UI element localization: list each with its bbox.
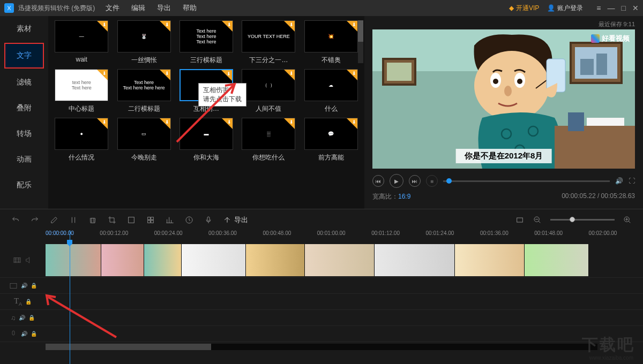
- undo-icon[interactable]: [11, 215, 20, 225]
- sidebar-item-text[interactable]: 文字: [4, 43, 44, 69]
- maximize-icon[interactable]: □: [622, 4, 626, 12]
- zoom-slider[interactable]: [550, 219, 615, 221]
- edit-icon[interactable]: [49, 215, 59, 225]
- svg-point-2: [493, 79, 498, 84]
- login-button[interactable]: 👤 账户登录: [547, 4, 583, 13]
- export-button[interactable]: 导出: [223, 215, 248, 225]
- fit-icon[interactable]: [515, 215, 525, 225]
- sidebar-item-transition[interactable]: 转场: [0, 121, 48, 147]
- menu-help[interactable]: 帮助: [183, 3, 197, 13]
- sidebar-item-filter[interactable]: 滤镜: [0, 70, 48, 95]
- volume-icon[interactable]: [25, 256, 33, 264]
- svg-rect-30: [517, 218, 523, 222]
- save-status: 最近保存 9:11: [372, 20, 635, 28]
- time-ruler[interactable]: 00:00:00.0000:00:12.0000:00:24.0000:00:3…: [0, 230, 643, 243]
- player-controls: ⏮ ▶ ⏭ ■ 🔊 ⛶: [372, 174, 635, 188]
- timeline-clip[interactable]: [305, 244, 375, 276]
- menu-export[interactable]: 导出: [157, 3, 171, 13]
- template-item[interactable]: ░你想吃什么: [240, 118, 297, 162]
- volume-icon[interactable]: 🔊: [615, 177, 623, 185]
- overlay-track-icon: [9, 282, 18, 290]
- timeline-clip[interactable]: [182, 244, 246, 276]
- menu-file[interactable]: 文件: [106, 3, 119, 13]
- lock-icon[interactable]: 🔒: [31, 283, 37, 289]
- template-item[interactable]: Text here Text here Text here三行横标题: [177, 20, 235, 65]
- menu-icon[interactable]: ≡: [596, 4, 601, 12]
- split-icon[interactable]: [69, 215, 78, 225]
- sidebar: 素材 文字 滤镜 叠附 转场 动画 配乐: [0, 16, 48, 209]
- app-icon: [4, 3, 14, 13]
- delete-icon[interactable]: [88, 215, 98, 225]
- svg-rect-19: [587, 118, 624, 126]
- chart-icon[interactable]: [165, 215, 175, 225]
- template-item[interactable]: 💥不错奥: [302, 20, 360, 65]
- template-item[interactable]: 🐰一丝惆怅: [115, 20, 173, 65]
- vip-button[interactable]: ◆ 开通VIP: [509, 4, 539, 13]
- template-item[interactable]: ☁什么: [302, 69, 360, 113]
- template-item[interactable]: ●什么情况: [53, 118, 110, 162]
- volume-icon[interactable]: 🔊: [21, 331, 27, 337]
- volume-icon[interactable]: 🔊: [19, 315, 25, 321]
- preview-bg-left: [372, 29, 437, 169]
- menu-bar: 文件 编辑 导出 帮助: [106, 3, 197, 13]
- svg-point-4: [517, 79, 522, 84]
- svg-rect-27: [151, 220, 154, 223]
- timeline-clip[interactable]: [525, 244, 589, 276]
- video-preview[interactable]: 好看视频 你是不是在2012年8月: [372, 29, 635, 169]
- video-clips[interactable]: [46, 244, 643, 276]
- timeline-clip[interactable]: [101, 244, 144, 276]
- timeline-scrollbar[interactable]: [46, 344, 597, 350]
- play-button[interactable]: ▶: [390, 174, 403, 188]
- voice-icon[interactable]: [204, 215, 213, 225]
- template-item[interactable]: （ ）人间不值: [240, 69, 297, 113]
- sidebar-item-music[interactable]: 配乐: [0, 172, 48, 198]
- zoom-out-icon[interactable]: [533, 215, 542, 225]
- annotation-arrow-2: [44, 292, 119, 340]
- template-item[interactable]: Text here Text here here here二行横标题: [115, 69, 173, 113]
- redo-icon[interactable]: [30, 215, 40, 225]
- frame-icon[interactable]: [126, 215, 136, 225]
- timeline-clip[interactable]: [246, 244, 305, 276]
- minimize-icon[interactable]: —: [608, 4, 615, 12]
- svg-rect-35: [12, 331, 14, 335]
- prev-button[interactable]: ⏮: [372, 175, 384, 187]
- speed-icon[interactable]: [184, 215, 194, 225]
- svg-rect-33: [14, 257, 20, 262]
- timeline-clip[interactable]: [46, 244, 101, 276]
- menu-edit[interactable]: 编辑: [131, 3, 145, 13]
- template-item[interactable]: ▭今晚别走: [115, 118, 173, 162]
- zoom-in-icon[interactable]: [623, 215, 632, 225]
- svg-rect-26: [148, 220, 151, 223]
- template-scrollbar[interactable]: [358, 20, 363, 63]
- lock-icon[interactable]: 🔒: [25, 299, 32, 305]
- sidebar-item-animation[interactable]: 动画: [0, 147, 48, 172]
- lock-icon[interactable]: 🔒: [28, 315, 35, 321]
- voice-track-icon: [9, 330, 18, 338]
- mosaic-icon[interactable]: [146, 215, 155, 225]
- volume-icon[interactable]: 🔊: [21, 283, 27, 289]
- close-icon[interactable]: ✕: [632, 4, 639, 12]
- preview-bg-right: [555, 29, 635, 169]
- timeline-clip[interactable]: [455, 244, 525, 276]
- crop-icon[interactable]: [107, 215, 117, 225]
- timeline-clip[interactable]: [144, 244, 182, 276]
- stop-button[interactable]: ■: [426, 175, 438, 187]
- next-button[interactable]: ⏭: [409, 175, 421, 187]
- preview-watermark: 好看视频: [591, 34, 630, 43]
- lock-icon[interactable]: 🔒: [31, 331, 37, 337]
- progress-slider[interactable]: [443, 180, 610, 182]
- svg-rect-29: [207, 217, 210, 221]
- track-video-main: [0, 243, 643, 278]
- user-icon: 👤: [547, 4, 555, 12]
- fullscreen-icon[interactable]: ⛶: [629, 177, 635, 185]
- page-watermark-url: www.xiazaiba.com: [589, 355, 633, 361]
- sidebar-item-overlay[interactable]: 叠附: [0, 95, 48, 121]
- template-item[interactable]: —wait: [53, 20, 110, 65]
- aspect-ratio: 宽高比：16:9: [372, 192, 410, 201]
- template-item[interactable]: text here Text here中心标题: [53, 69, 110, 113]
- sidebar-item-material[interactable]: 素材: [0, 16, 48, 42]
- timeline-clip[interactable]: [375, 244, 455, 276]
- preview-subtitle: 你是不是在2012年8月: [456, 149, 552, 163]
- template-item[interactable]: 💬前方高能: [302, 118, 360, 162]
- template-item[interactable]: YOUR TEXT HERE下三分之一…: [240, 20, 297, 65]
